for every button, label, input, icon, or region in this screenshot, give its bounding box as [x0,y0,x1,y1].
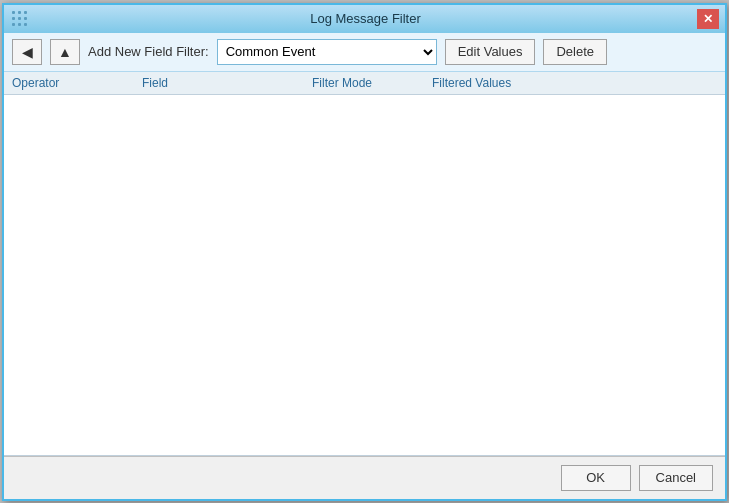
ok-button[interactable]: OK [561,465,631,491]
title-bar: Log Message Filter ✕ [4,5,725,33]
title-bar-drag-area: Log Message Filter [12,11,697,27]
toolbar: ◀ ▲ Add New Field Filter: Common Event E… [4,33,725,72]
cancel-button[interactable]: Cancel [639,465,713,491]
close-button[interactable]: ✕ [697,9,719,29]
dialog-title: Log Message Filter [34,11,697,26]
column-header-field: Field [142,76,312,90]
dialog-window: Log Message Filter ✕ ◀ ▲ Add New Field F… [2,3,727,501]
field-filter-select[interactable]: Common Event [217,39,437,65]
table-header: Operator Field Filter Mode Filtered Valu… [4,72,725,95]
table-body [4,95,725,456]
up-button[interactable]: ▲ [50,39,80,65]
delete-button[interactable]: Delete [543,39,607,65]
back-button[interactable]: ◀ [12,39,42,65]
drag-handle [12,11,28,27]
column-header-filteredvalues: Filtered Values [432,76,717,90]
footer: OK Cancel [4,456,725,499]
column-header-operator: Operator [12,76,142,90]
column-header-filtermode: Filter Mode [312,76,432,90]
edit-values-button[interactable]: Edit Values [445,39,536,65]
filter-label: Add New Field Filter: [88,44,209,59]
